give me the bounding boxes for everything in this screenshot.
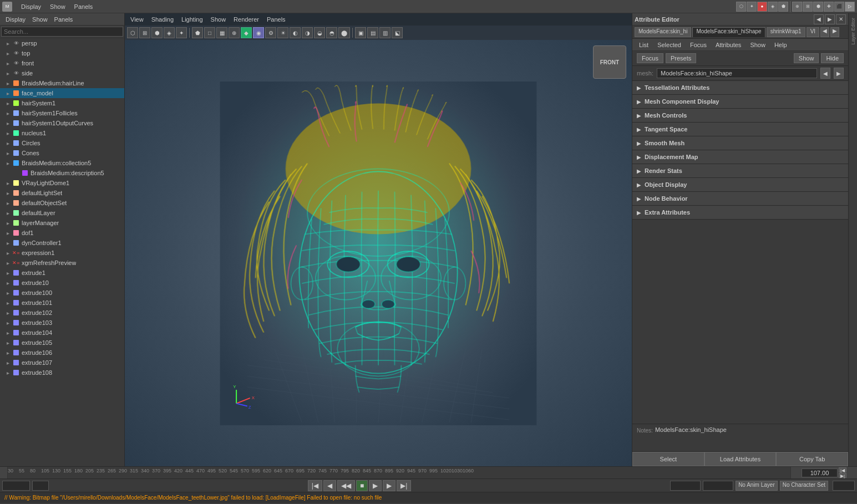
frame-step-input[interactable]: 1 [32,481,49,491]
attr-section-header-5[interactable]: ▶Displacement Map [632,150,848,164]
char-set-dropdown[interactable]: No Character Set [780,481,828,491]
attr-tab-1[interactable]: ModelsFace:skin_hiShape [692,27,765,37]
vp-tb-icon-15[interactable]: ◑ [302,27,313,38]
vp-tb-icon-12[interactable]: ⚙ [265,27,276,38]
viewport[interactable]: View Shading Lighting Show Renderer Pane… [125,13,632,466]
timeline-scroll[interactable]: 3055801051301551802052352652903153403703… [8,467,790,478]
vp-menu-shading[interactable]: Shading [148,15,177,24]
attr-section-header-9[interactable]: ▶Extra Attributes [632,206,848,219]
attr-section-header-2[interactable]: ▶Mesh Controls [632,109,848,122]
outliner-item[interactable]: ▸👁side [0,68,124,78]
timeline-ruler[interactable]: 3055801051301551802052352652903153403703… [0,466,857,478]
vp-menu-show[interactable]: Show [207,15,230,24]
stop-btn[interactable]: ■ [356,480,368,491]
menu-show[interactable]: Show [45,2,70,11]
nav-cube[interactable]: FRONT [593,45,626,79]
outliner-item[interactable]: ▸extrude106 [0,348,124,358]
outliner-item[interactable]: ▸extrude104 [0,328,124,338]
end-frame-input[interactable]: 200 [833,481,855,491]
outliner-item[interactable]: ▸BraidsMedium:hairLine [0,78,124,88]
start-frame-input[interactable]: 1.00 [2,481,30,491]
outliner-item[interactable]: ▸Circles [0,138,124,148]
range-start-input[interactable]: 200.00 [670,481,701,491]
toolbar-icon-5[interactable]: ⬟ [778,2,788,12]
goto-end-btn[interactable]: ▶| [397,480,411,491]
outliner-item[interactable]: ▸defaultLightSet [0,188,124,198]
vp-tb-icon-20[interactable]: ▤ [367,27,378,38]
attr-nav-next[interactable]: ▶ [825,14,835,24]
attr-section-header-8[interactable]: ▶Node Behavior [632,192,848,205]
select-button[interactable]: Select [632,452,704,466]
toolbar-icon-10[interactable]: ⬛ [834,2,844,12]
vp-tb-icon-14[interactable]: ◐ [290,27,301,38]
toolbar-icon-2[interactable]: ✦ [747,2,757,12]
vp-menu-renderer[interactable]: Renderer [230,15,262,24]
vp-menu-view[interactable]: View [127,15,147,24]
outliner-item[interactable]: ▸👁top [0,48,124,58]
ae-nav-help[interactable]: Help [770,40,792,49]
vp-tb-icon-3[interactable]: ⬢ [151,27,163,38]
vp-tb-icon-19[interactable]: ▣ [355,27,366,38]
outliner-item[interactable]: ▸dof1 [0,228,124,238]
outliner-item[interactable]: ▸dynController1 [0,238,124,248]
outliner-item[interactable]: ▸VRayLightDome1 [0,178,124,188]
vp-menu-panels[interactable]: Panels [263,15,289,24]
toolbar-icon-3[interactable]: ● [757,2,767,12]
vp-tb-icon-7[interactable]: □ [204,27,215,38]
outliner-item[interactable]: ▸layerManager [0,218,124,228]
focus-button[interactable]: Focus [637,53,663,63]
vp-tb-icon-18[interactable]: ⬤ [338,27,350,38]
ae-show-btn[interactable]: Show [794,53,819,63]
vp-tb-icon-17[interactable]: ◓ [326,27,337,38]
toolbar-icon-7[interactable]: ⊞ [803,2,813,12]
presets-button[interactable]: Presets [666,53,696,63]
toolbar-icon-6[interactable]: ⊕ [792,2,802,12]
outliner-search-input[interactable] [1,27,123,37]
vp-tb-icon-4[interactable]: ◈ [164,27,175,38]
outliner-item[interactable]: ▸✕=expression1 [0,248,124,258]
copy-tab-button[interactable]: Copy Tab [776,452,848,466]
frame-jump-start[interactable]: |◀ [839,467,846,472]
ae-nav-selected[interactable]: Selected [653,40,686,49]
outliner-item[interactable]: ▸defaultObjectSet [0,198,124,208]
outliner-item[interactable]: ▸nucleus1 [0,128,124,138]
toolbar-icon-4[interactable]: ◈ [768,2,778,12]
outliner-item[interactable]: ▸✕=xgmRefreshPreview [0,258,124,268]
vp-tb-icon-22[interactable]: ⬕ [392,27,403,38]
frame-counter[interactable]: 107.00 [802,469,838,477]
outliner-menu-panels[interactable]: Panels [51,15,77,24]
ae-nav-list[interactable]: List [635,40,653,49]
play-btn[interactable]: ▶ [369,480,382,491]
outliner-item[interactable]: ▸hairSystem1Follicles [0,108,124,118]
step-fwd-btn[interactable]: ▶ [383,480,395,491]
outliner-list[interactable]: ▸👁persp▸👁top▸👁front▸👁side▸BraidsMedium:h… [0,38,124,466]
outliner-item[interactable]: ▸extrude107 [0,358,124,368]
attr-tab-2[interactable]: shrinkWrap1 [767,27,805,37]
attr-section-header-6[interactable]: ▶Render Stats [632,164,848,177]
ae-hide-btn[interactable]: Hide [821,53,844,63]
attr-tab-3[interactable]: VI [807,27,819,37]
outliner-item[interactable]: ▸extrude10 [0,278,124,288]
anim-layer-dropdown[interactable]: No Anim Layer [736,481,778,491]
toolbar-icon-9[interactable]: ✚ [824,2,834,12]
vp-tb-icon-9[interactable]: ⊕ [229,27,240,38]
outliner-item[interactable]: ▸extrude100 [0,288,124,298]
vp-tb-icon-11[interactable]: ◉ [253,27,264,38]
outliner-item[interactable]: ▸Cones [0,148,124,158]
attr-tab-arrow-next[interactable]: ▶ [830,27,839,37]
frame-jump-end[interactable]: ▶| [839,473,846,478]
attr-section-header-7[interactable]: ▶Object Display [632,178,848,191]
mesh-nav-left[interactable]: ◀ [820,68,830,79]
ae-nav-focus[interactable]: Focus [686,40,711,49]
outliner-item[interactable]: ▸BraidsMedium:collection5 [0,158,124,168]
outliner-item[interactable]: ▸hairSystem1OutputCurves [0,118,124,128]
toolbar-icon-1[interactable]: ⬡ [736,2,746,12]
vp-tb-icon-8[interactable]: ▦ [216,27,227,38]
attr-section-header-0[interactable]: ▶Tessellation Attributes [632,81,848,94]
range-end-input[interactable]: 200.00 [703,481,733,491]
outliner-menu-show[interactable]: Show [29,15,51,24]
vp-menu-lighting[interactable]: Lighting [178,15,206,24]
menu-display[interactable]: Display [17,2,45,11]
outliner-item[interactable]: ▸defaultLayer [0,208,124,218]
outliner-item[interactable]: ▸extrude102 [0,308,124,318]
